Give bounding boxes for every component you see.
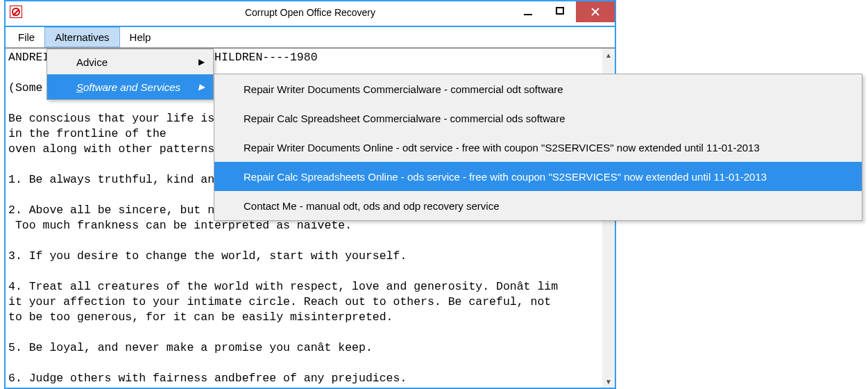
minimize-button[interactable] bbox=[512, 1, 544, 19]
menu-alternatives[interactable]: Alternatives bbox=[44, 27, 119, 47]
svg-rect-1 bbox=[556, 8, 563, 14]
dropdown-label-advice: Advice bbox=[76, 56, 108, 68]
dropdown-item-software[interactable]: Software and Services ▶ bbox=[47, 74, 213, 99]
close-icon bbox=[590, 7, 600, 17]
dropdown-item-advice[interactable]: Advice ▶ bbox=[47, 49, 213, 74]
svg-rect-0 bbox=[524, 14, 532, 15]
submenu-item-contact-me[interactable]: Contact Me - manual odt, ods and odp rec… bbox=[214, 191, 862, 220]
submenu-item-repair-calc-online[interactable]: Repair Calc Spreadsheets Online - ods se… bbox=[214, 162, 862, 191]
chevron-right-icon: ▶ bbox=[198, 57, 205, 67]
menubar: File Alternatives Help bbox=[6, 27, 615, 48]
chevron-right-icon: ▶ bbox=[198, 82, 205, 92]
alternatives-dropdown: Advice ▶ Software and Services ▶ bbox=[46, 49, 214, 100]
dropdown-label-software: Software and Services bbox=[76, 81, 180, 93]
software-submenu: Repair Writer Documents Commercialware -… bbox=[214, 74, 862, 221]
submenu-item-repair-calc-commercial[interactable]: Repair Calc Spreadsheet Commercialware -… bbox=[214, 104, 862, 133]
scroll-down-icon[interactable]: ▼ bbox=[602, 375, 615, 388]
scroll-up-icon[interactable]: ▲ bbox=[602, 49, 615, 61]
maximize-icon bbox=[556, 7, 564, 15]
titlebar: Corrupt Open Office Recovery bbox=[6, 1, 615, 27]
app-icon bbox=[10, 6, 22, 18]
minimize-icon bbox=[524, 14, 532, 15]
submenu-item-repair-writer-commercial[interactable]: Repair Writer Documents Commercialware -… bbox=[214, 74, 862, 104]
close-button[interactable] bbox=[576, 1, 615, 22]
window-controls bbox=[512, 1, 615, 22]
menu-file[interactable]: File bbox=[8, 27, 44, 47]
menu-help[interactable]: Help bbox=[120, 27, 161, 47]
submenu-item-repair-writer-online[interactable]: Repair Writer Documents Online - odt ser… bbox=[214, 133, 862, 162]
maximize-button[interactable] bbox=[544, 1, 576, 19]
